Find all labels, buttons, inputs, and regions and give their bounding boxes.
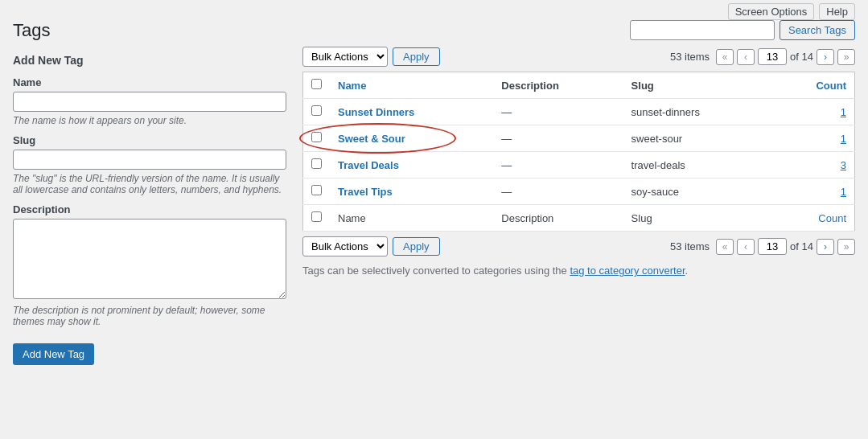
row-checkbox-col <box>303 152 331 178</box>
right-panel: Search Tags Bulk Actions Delete Apply 53… <box>302 20 855 277</box>
name-input[interactable] <box>13 92 286 112</box>
description-label: Description <box>13 203 286 215</box>
bottom-pagination: 53 items « ‹ of 14 › » <box>670 238 855 255</box>
bottom-page-of: of 14 <box>790 240 813 252</box>
wp-header: Screen Options Help <box>0 0 868 20</box>
row-slug-col: sunset-dinners <box>623 99 773 125</box>
header-description-col: Description <box>493 72 623 99</box>
table-row: Travel Tips—soy-sauce1 <box>303 178 855 205</box>
row-count-link[interactable]: 3 <box>841 159 846 171</box>
row-checkbox[interactable] <box>311 158 322 169</box>
bottom-last-page-button[interactable]: » <box>837 239 855 255</box>
search-tags-button[interactable]: Search Tags <box>780 20 855 40</box>
page-wrapper: Tags Add New Tag Name The name is how it… <box>0 20 868 439</box>
add-new-tag-heading: Add New Tag <box>13 54 286 67</box>
header-name-link[interactable]: Name <box>338 80 366 92</box>
top-pagination: 53 items « ‹ of 14 › » <box>670 48 855 65</box>
left-panel: Tags Add New Tag Name The name is how it… <box>13 20 286 365</box>
row-count-col: 1 <box>772 99 854 125</box>
bottom-items-count: 53 items <box>670 240 710 252</box>
page-title: Tags <box>13 20 286 41</box>
bottom-next-page-button[interactable]: › <box>817 239 834 255</box>
row-name-col: Travel Tips <box>330 178 493 205</box>
header-name-col: Name <box>330 72 493 99</box>
row-count-col: 3 <box>772 152 854 178</box>
slug-hint: The "slug" is the URL-friendly version o… <box>13 173 286 195</box>
footer-checkbox-col <box>303 205 331 232</box>
top-next-page-button[interactable]: › <box>817 49 834 65</box>
description-textarea[interactable] <box>13 219 286 299</box>
row-checkbox-col <box>303 125 331 152</box>
content-area: Tags Add New Tag Name The name is how it… <box>0 20 868 378</box>
add-new-tag-button[interactable]: Add New Tag <box>13 343 94 365</box>
footer-select-all-checkbox[interactable] <box>311 211 322 222</box>
row-checkbox-col <box>303 99 331 125</box>
row-checkbox[interactable] <box>311 132 322 142</box>
row-name-link[interactable]: Sweet & Sour <box>338 133 405 145</box>
table-row: Travel Deals—travel-deals3 <box>303 152 855 178</box>
row-count-link[interactable]: 1 <box>841 133 846 145</box>
category-converter-link[interactable]: tag to category converter <box>570 265 685 277</box>
top-first-page-button[interactable]: « <box>716 49 734 65</box>
bottom-first-page-button[interactable]: « <box>716 239 734 255</box>
table-footer-row: Name Description Slug Count <box>303 205 855 232</box>
top-apply-button[interactable]: Apply <box>393 47 440 66</box>
footer-name-col: Name <box>330 205 493 232</box>
slug-field: Slug The "slug" is the URL-friendly vers… <box>13 134 286 195</box>
slug-label: Slug <box>13 134 286 146</box>
row-description-col: — <box>493 125 623 152</box>
top-prev-page-button[interactable]: ‹ <box>737 49 755 65</box>
bottom-actions-left: Bulk Actions Delete Apply <box>302 236 440 256</box>
row-description-col: — <box>493 178 623 205</box>
header-checkbox-col <box>303 72 331 99</box>
select-all-checkbox[interactable] <box>311 79 322 89</box>
row-slug-col: soy-sauce <box>623 178 773 205</box>
row-name-link[interactable]: Travel Tips <box>338 186 393 198</box>
top-actions-left: Bulk Actions Delete Apply <box>302 47 440 67</box>
screen-options-button[interactable]: Screen Options <box>728 3 815 20</box>
search-bar: Search Tags <box>302 20 855 40</box>
footer-count-col: Count <box>772 205 854 232</box>
add-new-tag-section: Add New Tag Name The name is how it appe… <box>13 54 286 365</box>
row-name-link[interactable]: Travel Deals <box>338 159 399 171</box>
row-name-col: Travel Deals <box>330 152 493 178</box>
footer-note: Tags can be selectively converted to cat… <box>302 265 855 277</box>
name-field: Name The name is how it appears on your … <box>13 76 286 126</box>
header-count-col: Count <box>772 72 854 99</box>
table-header-row: Name Description Slug Count <box>303 72 855 99</box>
row-name-link[interactable]: Sunset Dinners <box>338 106 414 118</box>
row-count-link[interactable]: 1 <box>841 106 846 118</box>
row-checkbox-col <box>303 178 331 205</box>
top-bulk-actions-select[interactable]: Bulk Actions Delete <box>302 47 388 67</box>
row-count-link[interactable]: 1 <box>841 186 846 198</box>
bottom-bulk-actions-select[interactable]: Bulk Actions Delete <box>302 236 388 256</box>
bottom-prev-page-button[interactable]: ‹ <box>737 239 755 255</box>
row-name-col: Sweet & Sour <box>330 125 493 152</box>
table-row: Sweet & Sour—sweet-sour1 <box>303 125 855 152</box>
description-hint: The description is not prominent by defa… <box>13 305 286 327</box>
help-button[interactable]: Help <box>819 3 855 20</box>
name-label: Name <box>13 76 286 88</box>
row-name-col: Sunset Dinners <box>330 99 493 125</box>
row-count-col: 1 <box>772 125 854 152</box>
footer-slug-col: Slug <box>623 205 773 232</box>
header-right: Screen Options Help <box>728 3 855 20</box>
row-checkbox[interactable] <box>311 105 322 116</box>
top-page-input[interactable] <box>758 48 787 65</box>
row-slug-col: sweet-sour <box>623 125 773 152</box>
row-checkbox[interactable] <box>311 185 322 195</box>
description-field: Description The description is not promi… <box>13 203 286 327</box>
search-input[interactable] <box>630 20 775 40</box>
row-count-col: 1 <box>772 178 854 205</box>
slug-input[interactable] <box>13 150 286 170</box>
header-slug-col: Slug <box>623 72 773 99</box>
table-row: Sunset Dinners—sunset-dinners1 <box>303 99 855 125</box>
footer-description-col: Description <box>493 205 623 232</box>
tags-table: Name Description Slug Count Sunset Dinne… <box>302 72 855 232</box>
bottom-page-input[interactable] <box>758 238 787 255</box>
name-hint: The name is how it appears on your site. <box>13 115 286 126</box>
top-page-of: of 14 <box>790 51 813 63</box>
header-count-link[interactable]: Count <box>816 80 846 92</box>
top-last-page-button[interactable]: » <box>837 49 855 65</box>
bottom-apply-button[interactable]: Apply <box>393 237 440 256</box>
